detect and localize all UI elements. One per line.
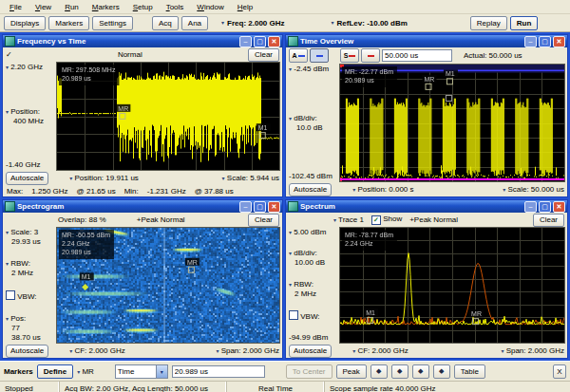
y-top-value[interactable]: ▾ -2.45 dBm [289,65,338,74]
y-top-value[interactable]: ▾ 5.00 dBm [289,228,338,237]
panel-title: Frequency vs Time [17,37,238,46]
show-checkbox[interactable]: ✓ [371,215,381,225]
show-toggle[interactable]: ✓ Show [371,215,402,225]
scale-readout[interactable]: ▾ Scale: 50.000 us [503,185,564,194]
marker-peak-right-button[interactable]: ◆ [433,364,450,379]
menu-view[interactable]: View [28,2,58,12]
replay-button[interactable]: Replay [470,16,507,30]
frequency-vs-time-titlebar[interactable]: Frequency vs Time – ▢ ✕ [3,35,282,47]
menu-tools[interactable]: Tools [160,2,191,12]
autoscale-button[interactable]: Autoscale [6,345,48,358]
acq-button[interactable]: Acq [152,16,179,30]
scale-readout[interactable]: ▾ Scale: 5.944 us [222,174,279,182]
analysis-time-auto-button[interactable]: A [289,48,308,63]
spectrogram-titlebar[interactable]: Spectrogram – ▢ ✕ [3,200,282,213]
ana-button[interactable]: Ana [181,16,208,30]
y-top-value[interactable]: ▾ 2.20 GHz [6,63,55,72]
time-overview-plot[interactable] [340,65,564,181]
spectrum-length-button[interactable] [361,48,380,63]
rbw-control[interactable]: ▾ RBW:2 MHz [6,259,55,278]
overlap-readout[interactable]: Overlap: 88 % [58,215,106,224]
sg-plot-area[interactable] [56,227,280,344]
close-icon[interactable]: ✕ [553,201,565,213]
autoscale-button[interactable]: Autoscale [289,183,332,196]
clear-button[interactable]: Clear [248,214,279,227]
vbw-control[interactable]: VBW: [289,310,338,322]
minimize-icon[interactable]: – [524,201,537,213]
peak-button[interactable]: Peak [336,364,367,379]
clear-button[interactable]: Clear [533,214,564,227]
define-markers-button[interactable]: Define [37,364,73,379]
caret-icon: ▾ [352,187,355,193]
status-bar: Stopped Acq BW: 2.00 GHz, Acq Length: 50… [0,381,570,392]
maximize-icon[interactable]: ▢ [254,201,266,213]
span-readout[interactable]: ▾ Span: 2.000 GHz [501,346,564,355]
analysis-length-input[interactable] [382,49,452,62]
autoscale-button[interactable]: Autoscale [6,172,48,185]
db-per-div-control[interactable]: ▾ dB/div:10.0 dB [289,114,338,133]
marker-peak-lower-button[interactable]: ◆ [391,364,408,379]
db-per-div-control[interactable]: ▾ dB/div:10.00 dB [289,249,338,268]
marker-table-button[interactable]: Table [454,364,485,379]
close-icon[interactable]: ✕ [268,201,280,213]
active-marker-select[interactable]: ▾ MR [77,367,94,376]
autoscale-button[interactable]: Autoscale [289,345,332,358]
caret-icon: ▾ [6,65,9,70]
caret-icon: ▾ [6,230,9,235]
trace-select[interactable]: ▾ Trace 1 [333,215,364,224]
marker-position-input[interactable] [172,365,265,378]
reflev-readout[interactable]: RefLev: -10.00 dBm [337,19,408,28]
spectrum-plot[interactable] [340,228,564,343]
menu-setup[interactable]: Setup [126,2,160,12]
minimize-icon[interactable]: – [524,36,537,47]
marker-domain-combobox[interactable]: Time ▾ [115,364,168,379]
marker-peak-higher-button[interactable]: ◆ [412,364,429,379]
minimize-icon[interactable]: – [239,201,252,213]
marker-peak-left-button[interactable]: ◆ [370,364,388,379]
position-readout[interactable]: ▾ Position: 0.000 s [352,185,413,194]
trace-check-icon[interactable]: ✓ [6,50,12,59]
to-center-button[interactable]: To Center [286,364,332,379]
tov-plot-area[interactable] [339,64,565,182]
vbw-checkbox[interactable] [289,310,298,320]
close-icon[interactable]: ✕ [553,36,565,47]
spectrogram-plot[interactable] [57,228,279,343]
rbw-control[interactable]: ▾ RBW:2 MHz [289,280,338,299]
pos-control[interactable]: ▾ Pos:7738.70 us [6,314,55,343]
fvt-plot-area[interactable] [56,62,280,171]
clear-button[interactable]: Clear [248,48,279,62]
close-markers-bar-button[interactable]: X [553,364,566,379]
menu-run[interactable]: Run [58,2,86,12]
displays-button[interactable]: Displays [4,16,46,30]
display-icon [5,36,15,47]
cf-readout[interactable]: ▾ CF: 2.000 GHz [69,346,125,355]
time-overview-titlebar[interactable]: Time Overview – ▢ ✕ [286,35,567,47]
max-value: 1.250 GHz [31,187,67,196]
maximize-icon[interactable]: ▢ [539,36,551,47]
spectrum-titlebar[interactable]: Spectrum – ▢ ✕ [286,200,567,213]
freq-readout[interactable]: Freq: 2.000 GHz [227,19,284,28]
menu-file[interactable]: File [3,2,28,12]
run-button[interactable]: Run [510,16,539,30]
settings-button[interactable]: Settings [92,16,133,30]
sp-plot-area[interactable] [339,227,565,344]
maximize-icon[interactable]: ▢ [254,36,266,47]
span-readout[interactable]: ▾ Span: 2.000 GHz [216,346,279,355]
menu-bar: File View Run Markers Setup Tools Window… [0,0,570,14]
analysis-length-button[interactable] [310,48,329,63]
vbw-checkbox[interactable] [6,290,15,300]
y-position-control[interactable]: ▾ Position:400 MHz [6,107,55,126]
position-readout[interactable]: ▾ Position: 19.911 us [69,174,139,182]
scale-control[interactable]: ▾ Scale: 329.93 us [6,228,55,247]
vbw-control[interactable]: VBW: [6,290,55,302]
frequency-vs-time-plot[interactable] [57,63,279,170]
markers-button[interactable]: Markers [48,16,89,30]
minimize-icon[interactable]: – [239,36,252,47]
cf-readout[interactable]: ▾ CF: 2.000 GHz [352,346,408,355]
menu-markers[interactable]: Markers [86,2,126,12]
menu-window[interactable]: Window [190,2,230,12]
maximize-icon[interactable]: ▢ [539,201,551,213]
close-icon[interactable]: ✕ [268,36,280,47]
spectrum-time-auto-button[interactable]: S [340,48,359,63]
menu-help[interactable]: Help [231,2,259,12]
